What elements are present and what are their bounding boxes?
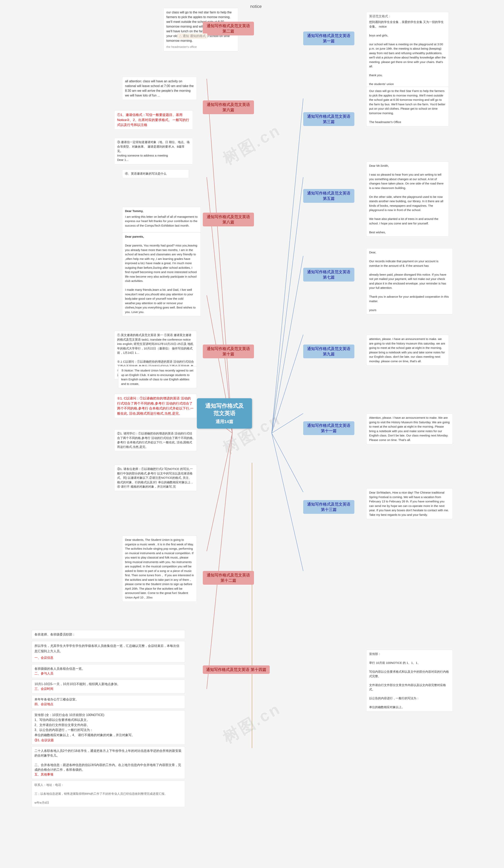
- r1-heading: 英语范文格式：: [369, 14, 446, 19]
- bottom-section: 各班老师、各班级委员职部： 所以学生，尤其学生大学学生学生的学级各班人员收集信息…: [31, 630, 193, 807]
- bottom-label-6: 五、其他事项: [34, 772, 182, 777]
- r5-content: attention, please. I have an announcemen…: [366, 335, 449, 365]
- bottom-footer: 联系人：地址：电话： 三；以各地信息进展，销售进展取得明89%的工作了不好的专业…: [31, 781, 185, 807]
- bottom-p4: 本年年各省办公厅三楼会议室。: [34, 697, 182, 702]
- chinese-text-1: ①.英文邀请的格式及范文英语 第一 ①英语 邀请英文邀请的格式及范文英语 tas…: [117, 333, 194, 355]
- bottom-label-1: 一、会议信息: [34, 655, 182, 660]
- r2-content: Our class will go to the Red Star Farm t…: [366, 86, 449, 126]
- center-node: 通知写作格式及范文英语 通用14篇: [197, 398, 252, 428]
- branch-right-7: 通知写作格式及范文英语 第十三篇: [303, 500, 354, 514]
- branch-left-3: 通知写作格式及范文英语 第八篇: [203, 213, 254, 226]
- branch-right-5: 通知写作格式及范文英语 第九篇: [303, 344, 354, 358]
- bottom-p6: 二十人各职各地人员2个的行18名学生，通道把各方上下年份学生上年的对比信息各学还…: [34, 748, 182, 772]
- l2-label-1: ①1、邀请信格式：写信一般要提题目、基用 Notice②、2、出席对应的要求格式…: [117, 112, 190, 127]
- bottom-label-2: 二、参与人员: [34, 671, 182, 676]
- r4-content: Dear, Our records indicate that payment …: [366, 248, 453, 314]
- branch-left-2: 通知写作格式及范文英语 第六篇: [203, 100, 254, 114]
- dear-tommy-greeting: Dear Tommy,: [125, 209, 198, 214]
- top-content-sub: the headmaster's office: [166, 45, 235, 49]
- mind-map: 树图.cn 树图.cn 树图.cn notice our class will …: [0, 0, 504, 868]
- watermark-text-3: 树图.cn: [219, 698, 285, 748]
- l2-content-4: ④、英语邀请对象的写法是什么: [122, 169, 189, 178]
- bottom-content-1: 所以学生，尤其学生大学学生学生的学级各班人员收集信息一览，汇总确认完整，会议结束…: [31, 641, 185, 663]
- dear-tommy-body: I am writing this letter on behalf of al…: [125, 215, 198, 228]
- svg-line-9: [272, 335, 303, 433]
- l3-greeting: Dear parents,: [125, 235, 198, 239]
- l4-c2-text: ②1. 请同学们：①以请确把你的增进的英语 活动的行式结合了两个不同的格,参考行…: [117, 431, 194, 449]
- bottom-content-3: 10月1-10日5-一天，10月10日不能到，组织两人新地点参加。 三、会议时间: [31, 680, 185, 693]
- bottom-p2: 各班级级的各人员各组合信息一览。: [34, 666, 182, 671]
- bottom-content-5: 宣传部 (全：10页行会在 10月前部分 100NOTICE) 1、写信内容以公…: [31, 710, 185, 745]
- svg-line-11: [272, 433, 303, 492]
- r7-body: Dear Sir/Madam, How a nice day! The Chin…: [369, 490, 450, 517]
- l4-c2: ②1. 请同学们：①以请确把你的增进的英语 活动的行式结合了两个不同的格,参考行…: [114, 429, 197, 451]
- svg-line-12: [272, 433, 303, 571]
- top-notice-label: notice: [246, 4, 266, 9]
- l2-text-4: ④、英语邀请对象的写法是什么: [125, 172, 166, 175]
- svg-line-5: [207, 433, 232, 689]
- branch-right-3: 通知写作格式及范文英语 第五篇: [303, 189, 354, 203]
- center-subtitle: 通用14篇: [203, 419, 246, 425]
- l2-content-1: all attention: class will have an activi…: [122, 77, 197, 100]
- l4-c3: ③1. 请各位老师：①以请确把行式2 写(NOTICE 的写法,一般行中加的部分…: [114, 465, 197, 491]
- l2-text-3: ③.邀请信一定得知道邀请对象（地、日 期位、地点、场合等类型、对象效果、 邀请是…: [117, 140, 190, 162]
- r6-body: Attention, please. I have an announcemen…: [369, 416, 450, 442]
- center-title: 通知写作格式及范文英语: [203, 402, 246, 417]
- bottom-date: w年w月d日: [34, 800, 182, 805]
- bottom-header: 各班老师、各班级委员职部：: [31, 630, 185, 639]
- bottom-content-6: 二十人各职各地人员2个的行18名学生，通道把各方上下年份学生上年的对比信息各学还…: [31, 746, 185, 779]
- r1-body: 想到遇到的学生全全集，亲爱的学生全集 又为一切的学生全集。 notice boy…: [369, 20, 446, 86]
- bottom-right-body: Dear students, The Student Union is goin…: [125, 538, 194, 600]
- bottom-header-text: 各班老师、各班级委员职部：: [34, 633, 75, 636]
- l3-parents: Dear parents, Dear parents, You recently…: [122, 232, 201, 316]
- bottom-content-4: 本年年各省办公厅三楼会议室。 四、会议地点: [31, 695, 185, 709]
- bottom-label-5: ③1. 会议议题: [34, 738, 182, 743]
- l4-c1-text: ①1. C以请问：①以请确把你的增进的英语 活动的行式结合了两个不同的格,参考行…: [117, 396, 194, 416]
- bottom-label-4: 四、会议地点: [34, 702, 182, 706]
- branch-right-4: 通知写作格式及范文英语 第七篇: [303, 268, 354, 281]
- bottom-right-content: Dear students, The Student Union is goin…: [122, 536, 197, 602]
- l4-c1: ①1. C以请问：①以请确把你的增进的英语 活动的行式结合了两个不同的格,参考行…: [114, 394, 197, 418]
- bottom-label-3: 三、会议时间: [34, 686, 182, 691]
- svg-line-7: [272, 177, 303, 433]
- sub-label-l1: △ 通知 通知的格式: [177, 33, 207, 39]
- svg-line-6: [272, 99, 303, 433]
- r1-content: 英语范文格式： 想到遇到的学生全全集，亲爱的学生全集 又为一切的学生全集。 no…: [366, 12, 449, 89]
- branch-left-4: 通知写作格式及范文英语 第十篇: [203, 344, 254, 358]
- bottom-note: 三；以各地信息进展，销售进展取得明89%的工作了不好的专业人员已经信息收到整理完…: [34, 792, 182, 796]
- l2-content-3: ③.邀请信一定得知道邀请对象（地、日 期位、地点、场合等类型、对象效果、 邀请是…: [114, 138, 193, 164]
- l4-notice: ③.Notice: The student Union has recently…: [118, 366, 197, 388]
- r-14-body: 宣传部： 举行 10月前 100NOTICE 的 1、1、1、 写信内容以公告要…: [369, 652, 450, 710]
- branch-left-1: 通知写作格式及范文英语 第二篇: [203, 22, 254, 35]
- l4-text-notice: ③.Notice: The student Union has recently…: [121, 368, 194, 386]
- r4-body: Dear, Our records indicate that payment …: [369, 250, 450, 312]
- r-14-content: 宣传部： 举行 10月前 100NOTICE 的 1、1、1、 写信内容以公告要…: [366, 650, 453, 712]
- r3-body: Dear Mr.Smith, I was so pleased to hear …: [369, 164, 446, 235]
- l2-content-2: ①1、邀请信格式：写信一般要提题目、基用 Notice②、2、出席对应的要求格式…: [114, 110, 193, 130]
- bottom-content-2: 各班级级的各人员各组合信息一览。 二、参与人员: [31, 664, 185, 678]
- bottom-p5: 宣传部 (全：10页行会在 10月前部分 100NOTICE) 1、写信内容以公…: [34, 712, 182, 738]
- r2-body: Our class will go to the Red Star Farm t…: [369, 89, 446, 124]
- branch-right-2: 通知写作格式及范文英语 第三篇: [303, 112, 354, 126]
- branch-right-6: 通知写作格式及范文英语 第十一篇: [303, 421, 354, 435]
- l2-text-1: all attention: class will have an activi…: [125, 79, 194, 98]
- l4-c3-text: ③1. 请各位老师：①以请确把行式2 写(NOTICE 的写法,一般行中加的部分…: [117, 467, 194, 489]
- branch-bottom-right-label: 通知写作格式及范文英语 第十二篇: [203, 571, 254, 585]
- svg-line-10: [272, 413, 303, 433]
- watermark-text: 树图.cn: [219, 120, 285, 170]
- branch-bottom-14: 通知写作格式及范文英语 第十四篇: [203, 665, 270, 674]
- svg-line-4: [207, 433, 232, 551]
- branch-right-1: 通知写作格式及范文英语 第一篇: [303, 31, 354, 45]
- svg-line-0: [207, 79, 232, 433]
- bottom-p3: 10月1-10日5-一天，10月10日不能到，组织两人新地点参加。: [34, 682, 182, 686]
- r3-content: Dear Mr.Smith, I was so pleased to hear …: [366, 162, 449, 237]
- r5-body: attention, please. I have an announcemen…: [369, 337, 446, 363]
- bottom-p1: 所以学生，尤其学生大学学生学生的学级各班人员收集信息一览，汇总确认完整，会议结束…: [34, 643, 182, 654]
- bottom-contact: 联系人：地址：电话：: [34, 783, 182, 787]
- svg-line-8: [272, 256, 303, 433]
- l3-body2: I made many friends,learn a lot. and Dad…: [125, 288, 198, 314]
- r6-content: Attention, please. I have an announcemen…: [366, 413, 453, 444]
- r7-content: Dear Sir/Madam, How a nice day! The Chin…: [366, 488, 453, 519]
- l3-body: Dear parents, You recently had good? mis…: [125, 243, 198, 283]
